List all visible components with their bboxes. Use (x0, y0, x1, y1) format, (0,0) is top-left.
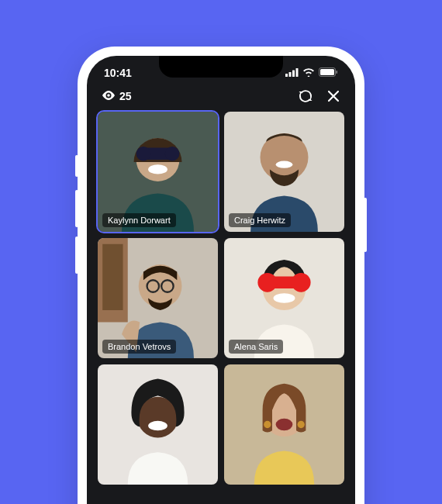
participant-name-label: Alena Saris (229, 340, 283, 354)
svg-point-34 (264, 421, 271, 428)
video-tile[interactable]: Kaylynn Dorwart (98, 112, 218, 232)
svg-point-30 (148, 421, 167, 430)
svg-point-15 (276, 161, 293, 168)
flip-camera-button[interactable] (298, 90, 313, 102)
participant-name-label: Craig Herwitz (229, 213, 291, 227)
svg-point-25 (257, 273, 277, 292)
side-button (75, 155, 78, 177)
video-tile[interactable]: Brandon Vetrovs (98, 238, 218, 358)
svg-point-35 (298, 421, 305, 428)
status-time: 10:41 (104, 67, 132, 79)
viewer-count: 25 (102, 90, 132, 102)
app-header: 25 (87, 84, 355, 112)
svg-point-11 (165, 147, 180, 161)
side-button (364, 198, 367, 252)
participant-name-label: Brandon Vetrovs (102, 340, 176, 354)
svg-point-12 (148, 164, 167, 174)
svg-rect-6 (337, 71, 338, 74)
status-indicators (285, 67, 338, 79)
header-actions (298, 90, 340, 102)
phone-frame: 10:41 25 (78, 47, 364, 504)
close-button[interactable] (327, 90, 340, 102)
svg-rect-3 (296, 68, 299, 77)
svg-point-27 (274, 293, 295, 302)
svg-rect-18 (102, 244, 123, 310)
video-tile[interactable]: Alena Saris (224, 238, 344, 358)
wifi-icon (302, 67, 315, 79)
svg-point-33 (276, 419, 293, 431)
participant-name-label: Kaylynn Dorwart (102, 213, 176, 227)
phone-screen: 10:41 25 (87, 56, 355, 504)
side-button (75, 236, 78, 274)
svg-rect-5 (320, 69, 334, 75)
video-grid: Kaylynn Dorwart Craig Herwitz Brandon Ve… (87, 112, 355, 485)
svg-rect-1 (289, 72, 292, 77)
battery-icon (319, 67, 338, 79)
svg-point-10 (136, 147, 151, 161)
participant-video (98, 364, 218, 485)
video-tile[interactable] (98, 364, 218, 485)
svg-rect-0 (285, 74, 288, 77)
participant-video (224, 364, 344, 485)
viewer-count-value: 25 (119, 90, 132, 102)
signal-icon (285, 67, 299, 79)
video-tile[interactable] (224, 364, 344, 485)
phone-notch (159, 56, 283, 78)
svg-rect-2 (292, 71, 295, 78)
video-tile[interactable]: Craig Herwitz (224, 112, 344, 232)
eye-icon (102, 90, 115, 102)
side-button (75, 190, 78, 227)
svg-point-26 (292, 273, 311, 292)
